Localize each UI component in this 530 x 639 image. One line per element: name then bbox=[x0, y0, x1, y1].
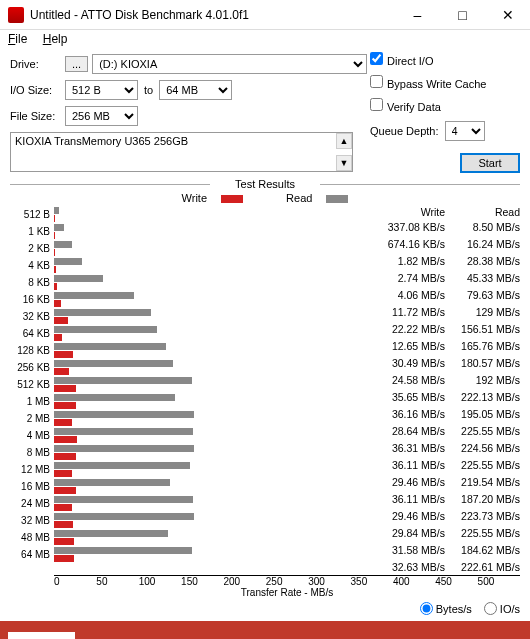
cell-write: 36.16 MB/s bbox=[370, 408, 445, 420]
cell-read: 156.51 MB/s bbox=[445, 323, 520, 335]
write-bar bbox=[54, 538, 74, 545]
read-bar bbox=[54, 547, 192, 554]
close-button[interactable]: ✕ bbox=[485, 0, 530, 30]
queue-depth-select[interactable]: 4 bbox=[445, 121, 485, 141]
write-bar bbox=[54, 334, 62, 341]
cell-read: 45.33 MB/s bbox=[445, 272, 520, 284]
table-row: 29.46 MB/s223.73 MB/s bbox=[370, 507, 520, 524]
filesize-select[interactable]: 256 MB bbox=[65, 106, 138, 126]
cell-write: 36.31 MB/s bbox=[370, 442, 445, 454]
cell-write: 11.72 MB/s bbox=[370, 306, 445, 318]
results-table: Write Read 337.08 KB/s8.50 MB/s674.16 KB… bbox=[370, 206, 520, 575]
io-from-select[interactable]: 512 B bbox=[65, 80, 138, 100]
cell-write: 32.63 MB/s bbox=[370, 561, 445, 573]
write-bar bbox=[54, 385, 76, 392]
direct-io-checkbox[interactable]: Direct I/O bbox=[370, 52, 433, 67]
table-row: 31.58 MB/s184.62 MB/s bbox=[370, 541, 520, 558]
chart-row: 32 MB bbox=[10, 512, 370, 529]
write-bar bbox=[54, 470, 72, 477]
table-row: 36.16 MB/s195.05 MB/s bbox=[370, 405, 520, 422]
read-bar bbox=[54, 258, 82, 265]
cell-write: 35.65 MB/s bbox=[370, 391, 445, 403]
cell-write: 31.58 MB/s bbox=[370, 544, 445, 556]
minimize-button[interactable]: – bbox=[395, 0, 440, 30]
cell-write: 12.65 MB/s bbox=[370, 340, 445, 352]
cell-read: 16.24 MB/s bbox=[445, 238, 520, 250]
menu-help[interactable]: Help bbox=[43, 32, 68, 46]
chart-legend: Write Read bbox=[10, 192, 520, 204]
start-button[interactable]: Start bbox=[460, 153, 520, 173]
app-icon bbox=[8, 7, 24, 23]
menubar: File Help bbox=[0, 30, 530, 48]
y-label: 8 MB bbox=[10, 447, 54, 458]
cell-read: 184.62 MB/s bbox=[445, 544, 520, 556]
y-label: 1 MB bbox=[10, 396, 54, 407]
unit-bytes-radio[interactable]: Bytes/s bbox=[420, 602, 472, 615]
table-row: 28.64 MB/s225.55 MB/s bbox=[370, 422, 520, 439]
write-bar bbox=[54, 555, 74, 562]
write-bar bbox=[54, 249, 55, 256]
x-tick: 500 bbox=[478, 576, 520, 587]
table-row: 32.63 MB/s222.61 MB/s bbox=[370, 558, 520, 575]
x-tick: 250 bbox=[266, 576, 308, 587]
x-tick: 400 bbox=[393, 576, 435, 587]
y-label: 512 B bbox=[10, 209, 54, 220]
table-row: 2.74 MB/s45.33 MB/s bbox=[370, 269, 520, 286]
read-bar bbox=[54, 411, 194, 418]
x-tick: 200 bbox=[223, 576, 265, 587]
cell-read: 195.05 MB/s bbox=[445, 408, 520, 420]
cell-read: 129 MB/s bbox=[445, 306, 520, 318]
chart-row: 2 KB bbox=[10, 240, 370, 257]
read-bar bbox=[54, 445, 194, 452]
write-bar bbox=[54, 317, 68, 324]
chart-row: 1 MB bbox=[10, 393, 370, 410]
scroll-down-icon[interactable]: ▼ bbox=[336, 155, 352, 171]
read-bar bbox=[54, 394, 175, 401]
cell-read: 28.38 MB/s bbox=[445, 255, 520, 267]
y-label: 64 MB bbox=[10, 549, 54, 560]
bypass-checkbox[interactable]: Bypass Write Cache bbox=[370, 75, 486, 90]
cell-read: 225.55 MB/s bbox=[445, 459, 520, 471]
chart-row: 8 MB bbox=[10, 444, 370, 461]
y-label: 64 KB bbox=[10, 328, 54, 339]
io-to-select[interactable]: 64 MB bbox=[159, 80, 232, 100]
y-label: 12 MB bbox=[10, 464, 54, 475]
scroll-up-icon[interactable]: ▲ bbox=[336, 133, 352, 149]
chart-row: 512 B bbox=[10, 206, 370, 223]
chart-row: 4 KB bbox=[10, 257, 370, 274]
table-row: 12.65 MB/s165.76 MB/s bbox=[370, 337, 520, 354]
chart-row: 2 MB bbox=[10, 410, 370, 427]
cell-write: 29.46 MB/s bbox=[370, 476, 445, 488]
x-tick: 450 bbox=[435, 576, 477, 587]
drive-label: Drive: bbox=[10, 58, 65, 70]
y-label: 32 MB bbox=[10, 515, 54, 526]
description-box[interactable]: KIOXIA TransMemory U365 256GB ▲ ▼ bbox=[10, 132, 353, 172]
drive-select[interactable]: (D:) KIOXIA bbox=[92, 54, 367, 74]
cell-write: 36.11 MB/s bbox=[370, 493, 445, 505]
write-bar bbox=[54, 504, 72, 511]
write-swatch-icon bbox=[221, 195, 243, 203]
chart-row: 48 MB bbox=[10, 529, 370, 546]
chart-row: 12 MB bbox=[10, 461, 370, 478]
verify-checkbox[interactable]: Verify Data bbox=[370, 98, 441, 113]
queue-depth-label: Queue Depth: bbox=[370, 125, 439, 137]
chart-row: 512 KB bbox=[10, 376, 370, 393]
maximize-button[interactable]: □ bbox=[440, 0, 485, 30]
table-row: 1.82 MB/s28.38 MB/s bbox=[370, 252, 520, 269]
cell-read: 224.56 MB/s bbox=[445, 442, 520, 454]
cell-write: 2.74 MB/s bbox=[370, 272, 445, 284]
cell-write: 30.49 MB/s bbox=[370, 357, 445, 369]
table-row: 35.65 MB/s222.13 MB/s bbox=[370, 388, 520, 405]
cell-write: 337.08 KB/s bbox=[370, 221, 445, 233]
menu-file[interactable]: File bbox=[8, 32, 27, 46]
browse-button[interactable]: ... bbox=[65, 56, 88, 72]
table-row: 22.22 MB/s156.51 MB/s bbox=[370, 320, 520, 337]
y-label: 32 KB bbox=[10, 311, 54, 322]
x-tick: 0 bbox=[54, 576, 96, 587]
unit-ios-radio[interactable]: IO/s bbox=[484, 602, 520, 615]
write-bar bbox=[54, 368, 69, 375]
read-bar bbox=[54, 479, 170, 486]
y-label: 48 MB bbox=[10, 532, 54, 543]
x-tick: 100 bbox=[139, 576, 181, 587]
cell-write: 4.06 MB/s bbox=[370, 289, 445, 301]
